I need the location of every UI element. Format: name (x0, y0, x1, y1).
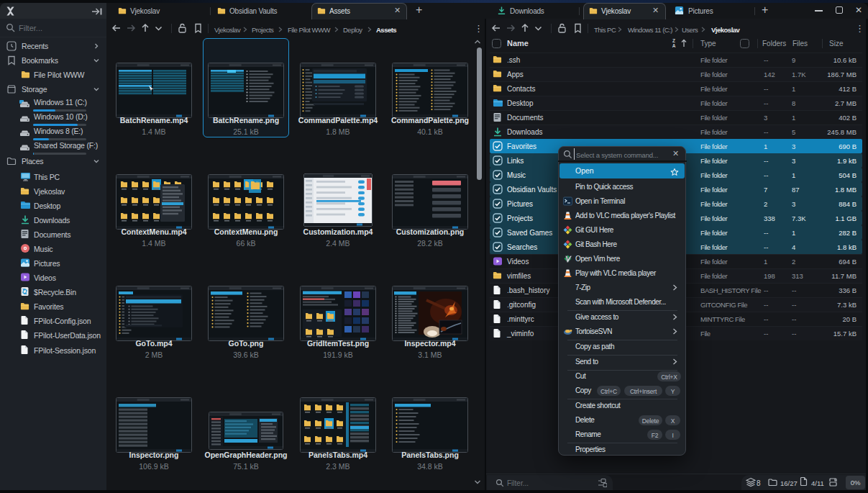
svg-text:Z: Z (672, 38, 675, 43)
svg-text:A: A (672, 43, 676, 48)
